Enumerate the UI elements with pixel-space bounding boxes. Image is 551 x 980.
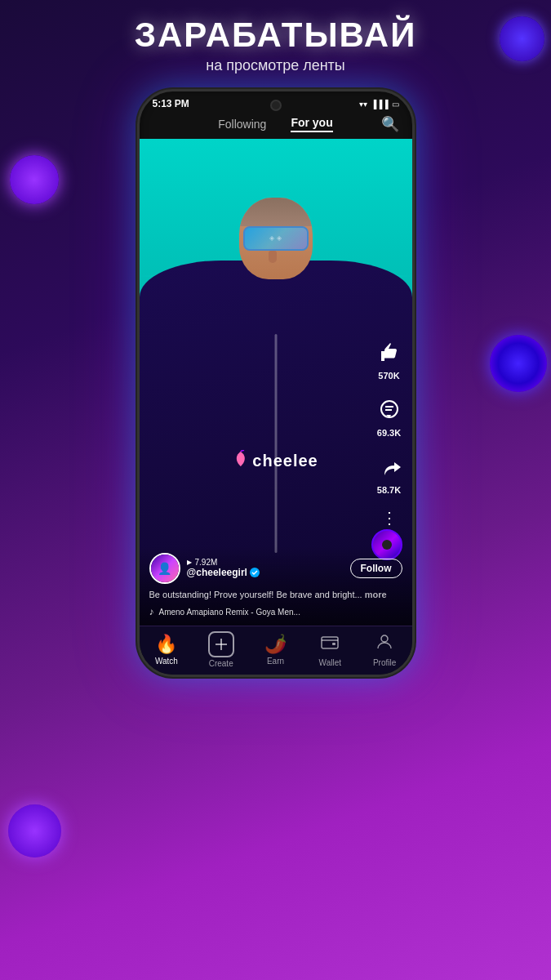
top-nav: Following For you 🔍 <box>140 113 412 139</box>
like-button[interactable]: 570K <box>373 336 406 381</box>
phone-wrapper: 5:13 PM ▾▾ ▐▐▐ ▭ Following For you 🔍 <box>137 89 415 677</box>
status-time: 5:13 PM <box>153 98 189 109</box>
video-area: cheelee ◈ ◈ <box>140 139 412 626</box>
follow-button[interactable]: Follow <box>350 559 402 578</box>
svg-rect-7 <box>332 643 335 645</box>
comment-button[interactable]: 69.3K <box>373 394 406 438</box>
earn-icon: 🌶️ <box>264 634 287 655</box>
user-info: ▶ 7.92M @cheeleegirl <box>187 558 344 578</box>
hair <box>239 198 313 226</box>
watch-icon: 🔥 <box>155 634 177 655</box>
music-row: ♪ Ameno Amapiano Remix - Goya Men... <box>149 606 402 617</box>
create-label: Create <box>209 659 233 668</box>
comment-icon <box>373 394 406 426</box>
creator-avatar[interactable]: 👤 <box>149 553 180 584</box>
profile-icon <box>375 632 394 657</box>
music-note-icon: ♪ <box>149 606 154 617</box>
nav-item-create[interactable]: Create <box>193 631 248 668</box>
wifi-icon: ▾▾ <box>359 100 367 109</box>
status-icons: ▾▾ ▐▐▐ ▭ <box>359 100 398 109</box>
earn-label: Earn <box>267 657 284 666</box>
decorative-orb-right <box>490 335 547 392</box>
brand-logo: cheelee <box>233 450 318 472</box>
share-count: 58.7K <box>377 485 401 495</box>
decorative-orb-top-right <box>500 16 544 61</box>
vr-glasses: ◈ ◈ <box>243 226 309 251</box>
nav-for-you[interactable]: For you <box>291 116 332 132</box>
caption-more[interactable]: more <box>365 590 387 599</box>
video-caption: Be outstanding! Prove yourself! Be brave… <box>149 589 402 601</box>
phone-frame: 5:13 PM ▾▾ ▐▐▐ ▭ Following For you 🔍 <box>137 89 415 677</box>
chili-icon <box>233 450 247 472</box>
username-row: @cheeleegirl <box>187 567 344 578</box>
svg-rect-6 <box>322 637 338 648</box>
caption-text: Be outstanding! Prove yourself! Be brave… <box>149 590 362 599</box>
bottom-nav: 🔥 Watch Create 🌶️ Earn <box>140 626 412 675</box>
decorative-orb-left <box>10 155 59 204</box>
main-title: ЗАРАБАТЫВАЙ <box>135 16 417 54</box>
nav-following[interactable]: Following <box>218 118 266 131</box>
more-button[interactable]: ⋮ <box>381 508 397 528</box>
view-count: 7.92M <box>195 558 218 567</box>
decorative-orb-bottom-left <box>8 804 61 858</box>
nav-item-watch[interactable]: 🔥 Watch <box>140 634 194 666</box>
battery-icon: ▭ <box>392 100 399 109</box>
creator-username[interactable]: @cheeleegirl <box>187 567 247 578</box>
share-icon <box>373 451 406 483</box>
watch-label: Watch <box>155 657 178 666</box>
like-count: 570K <box>378 371 399 381</box>
search-button[interactable]: 🔍 <box>381 115 399 133</box>
phone-camera-notch <box>270 100 282 111</box>
comment-count: 69.3K <box>377 428 401 438</box>
user-row: 👤 ▶ 7.92M @cheeleegirl Follow <box>149 553 402 584</box>
zipper <box>274 334 277 553</box>
play-icon: ▶ <box>187 559 192 566</box>
signal-icon: ▐▐▐ <box>371 100 388 109</box>
brand-name: cheelee <box>252 452 318 470</box>
nav-item-earn[interactable]: 🌶️ Earn <box>248 634 303 666</box>
wallet-label: Wallet <box>319 658 341 667</box>
like-icon <box>373 336 406 369</box>
face-feature <box>269 251 277 263</box>
nav-item-profile[interactable]: Profile <box>358 632 412 667</box>
wallet-icon <box>320 632 340 657</box>
avatar-image: 👤 <box>151 555 179 582</box>
header-section: ЗАРАБАТЫВАЙ на просмотре ленты <box>135 0 417 74</box>
create-icon <box>208 631 234 657</box>
person-head: ◈ ◈ <box>239 198 313 279</box>
action-buttons: 570K 69.3K <box>373 336 406 528</box>
sub-title: на просмотре ленты <box>135 57 417 74</box>
share-button[interactable]: 58.7K <box>373 451 406 495</box>
verified-icon <box>250 568 260 577</box>
video-bottom-overlay: 👤 ▶ 7.92M @cheeleegirl Follow <box>140 546 412 626</box>
music-title: Ameno Amapiano Remix - Goya Men... <box>159 608 300 617</box>
nav-item-wallet[interactable]: Wallet <box>303 632 358 667</box>
profile-label: Profile <box>373 658 396 667</box>
view-count-row: ▶ 7.92M <box>187 558 344 567</box>
svg-point-8 <box>381 635 388 642</box>
more-icon: ⋮ <box>381 508 397 528</box>
